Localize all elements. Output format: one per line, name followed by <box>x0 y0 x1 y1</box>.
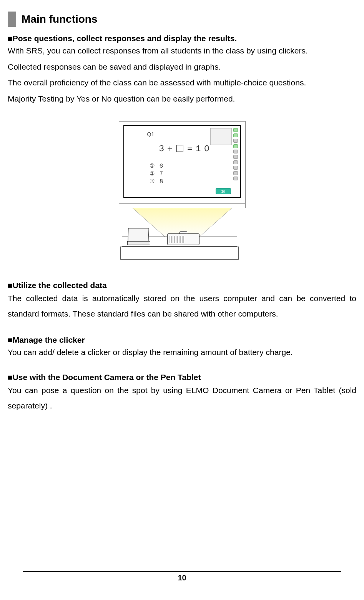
question-label: Q1 <box>147 131 155 137</box>
whiteboard-ledge <box>119 203 246 208</box>
section-body: You can pose a question on the spot by u… <box>8 383 356 413</box>
tool-icon <box>233 144 238 148</box>
section-body: With SRS, you can collect responses from… <box>8 44 356 58</box>
equation-right: ＝１０ <box>186 143 211 154</box>
section-body: The overall proficiency of the class can… <box>8 76 356 90</box>
choice-val: ７ <box>158 170 164 177</box>
choice-list: ① ６ ② ７ ③ ８ <box>150 162 164 185</box>
tool-icon <box>233 133 238 137</box>
page-title-block: Main functions <box>8 12 356 27</box>
projector-vents-icon <box>170 236 185 243</box>
choice-val: ６ <box>158 162 164 170</box>
tool-icon <box>233 171 238 175</box>
choice-val: ８ <box>158 177 164 185</box>
page-number: 10 <box>23 573 341 582</box>
section-heading-manage: ■Manage the clicker <box>8 335 356 345</box>
desk-front <box>120 247 239 260</box>
section-heading-doccam: ■Use with the Document Camera or the Pen… <box>8 373 356 382</box>
projector-illustration: Q1 ３＋ ＝１０ ① ６ ② ７ ③ ８ <box>119 121 246 262</box>
footer-divider <box>23 571 341 572</box>
tool-icon <box>233 150 238 153</box>
section-body: Majority Testing by Yes or No question c… <box>8 92 356 106</box>
laptop-icon <box>128 228 149 242</box>
projected-screen: Q1 ３＋ ＝１０ ① ６ ② ７ ③ ８ <box>123 125 241 198</box>
section-heading-pose: ■Pose questions, collect responses and d… <box>8 34 356 43</box>
choice-num: ① <box>150 162 155 170</box>
laptop-base-icon <box>127 241 150 245</box>
section-body: The collected data is automatically stor… <box>8 291 356 322</box>
tool-icon <box>233 139 238 143</box>
title-accent-bar <box>8 12 16 27</box>
choice-item: ③ ８ <box>150 177 164 185</box>
tool-icon <box>233 177 238 180</box>
toolbar-panel-icon <box>210 128 232 145</box>
choice-item: ① ６ <box>150 162 164 170</box>
page-title: Main functions <box>22 13 98 25</box>
choice-item: ② ７ <box>150 170 164 177</box>
section-body: Collected responses can be saved and dis… <box>8 60 356 74</box>
equation: ３＋ ＝１０ <box>157 143 211 154</box>
side-toolbar-icons <box>233 128 239 180</box>
tool-icon <box>233 166 238 170</box>
equation-blank-box-icon <box>176 145 183 152</box>
page-footer: 10 <box>23 571 341 582</box>
section-heading-utilize: ■Utilize the collected data <box>8 281 356 290</box>
choice-num: ③ <box>150 177 155 185</box>
tool-icon <box>233 128 238 132</box>
tool-icon <box>233 160 238 164</box>
tool-icon <box>233 155 238 159</box>
choice-num: ② <box>150 170 155 177</box>
equation-left: ３＋ <box>157 143 174 154</box>
counter-badge: 30 <box>216 188 231 194</box>
section-body: You can add/ delete a clicker or display… <box>8 345 356 359</box>
illustration-container: Q1 ３＋ ＝１０ ① ６ ② ７ ③ ８ <box>8 121 356 262</box>
